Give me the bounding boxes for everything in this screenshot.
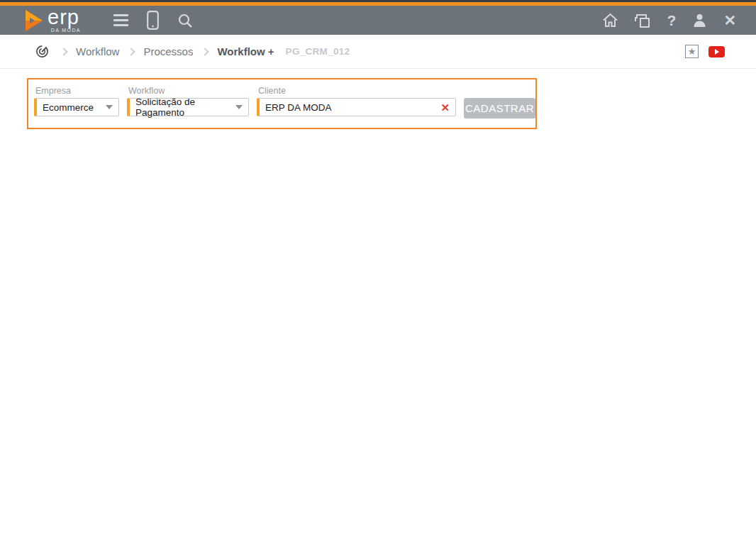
workflow-form-panel: Empresa Ecommerce Workflow Solicitação d… bbox=[27, 78, 537, 129]
chevron-right-icon bbox=[60, 48, 67, 55]
chevron-down-icon bbox=[106, 105, 113, 109]
help-icon[interactable]: ? bbox=[667, 13, 677, 28]
breadcrumb-item-workflow-plus[interactable]: Workflow + bbox=[217, 45, 274, 57]
breadcrumb: Workflow Processos Workflow + PG_CRM_012 bbox=[35, 45, 350, 58]
workflow-label: Workflow bbox=[128, 86, 249, 96]
logo-subtext: DA MODA bbox=[51, 28, 81, 33]
close-icon[interactable]: ✕ bbox=[723, 13, 736, 28]
topbar: erp DA MODA bbox=[0, 6, 756, 35]
breadcrumb-actions: ★ bbox=[685, 45, 725, 58]
workflow-field-group: Workflow Solicitação de Pagamento bbox=[127, 86, 249, 116]
breadcrumb-item-workflow[interactable]: Workflow bbox=[76, 45, 119, 57]
cliente-input[interactable] bbox=[265, 102, 436, 113]
empresa-field-group: Empresa Ecommerce bbox=[34, 86, 119, 116]
screen-code: PG_CRM_012 bbox=[286, 46, 350, 57]
chevron-right-icon bbox=[128, 48, 135, 55]
youtube-icon[interactable] bbox=[708, 46, 725, 57]
chevron-right-icon bbox=[201, 48, 209, 55]
favorite-star-icon[interactable]: ★ bbox=[685, 45, 699, 58]
mobile-icon[interactable] bbox=[147, 11, 159, 30]
cadastrar-button[interactable]: CADASTRAR bbox=[464, 98, 535, 119]
workflow-select[interactable]: Solicitação de Pagamento bbox=[127, 98, 249, 116]
home-icon[interactable] bbox=[602, 13, 618, 28]
workflow-selected-value: Solicitação de Pagamento bbox=[135, 97, 228, 118]
logo-text: erp bbox=[48, 8, 79, 26]
search-icon[interactable] bbox=[177, 13, 193, 28]
breadcrumb-bar: Workflow Processos Workflow + PG_CRM_012… bbox=[0, 35, 756, 69]
cliente-input-wrap: ✕ bbox=[257, 98, 456, 116]
topbar-left-icons bbox=[113, 11, 193, 30]
cliente-field-group: Cliente ✕ bbox=[257, 86, 456, 116]
empresa-label: Empresa bbox=[35, 86, 119, 96]
cliente-label: Cliente bbox=[258, 86, 456, 96]
empresa-select[interactable]: Ecommerce bbox=[34, 98, 119, 116]
chevron-down-icon bbox=[235, 105, 243, 109]
app-window: erp DA MODA bbox=[0, 0, 756, 555]
clear-icon[interactable]: ✕ bbox=[440, 102, 450, 113]
user-icon[interactable] bbox=[692, 13, 707, 28]
menu-icon[interactable] bbox=[113, 14, 128, 26]
breadcrumb-item-processos[interactable]: Processos bbox=[143, 45, 193, 57]
windows-cascade-icon[interactable] bbox=[635, 13, 651, 28]
target-icon[interactable] bbox=[35, 45, 49, 58]
erp-logo[interactable]: erp DA MODA bbox=[23, 8, 79, 32]
erp-play-icon bbox=[23, 9, 44, 32]
topbar-right-icons: ? ✕ bbox=[602, 13, 736, 28]
empresa-selected-value: Ecommerce bbox=[43, 102, 94, 113]
